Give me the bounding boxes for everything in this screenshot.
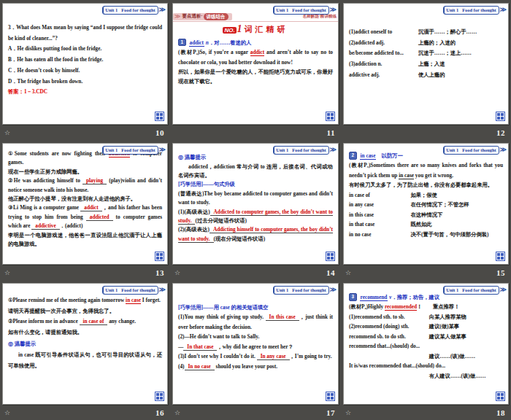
text-line: addictive adj.使人上瘾的 <box>349 70 503 81</box>
text-span: 以防万一 <box>376 152 402 159</box>
unit-banner: Unit 1Food for thought ≫ <box>443 6 507 15</box>
text-span: recommended <box>385 303 417 311</box>
text-span: in that case <box>349 219 410 229</box>
text-span: ③Li Ming is a computer game <box>8 204 80 211</box>
transition-star-icon[interactable]: ☆ <box>4 270 10 276</box>
chevron-right-icon: ≫ <box>500 147 507 153</box>
slide-gutter: ☆ 16 <box>2 405 168 420</box>
slide-number: 17 <box>326 408 335 417</box>
section-nav-icon[interactable] <box>155 112 164 121</box>
text-span: 有时候刀叉太多了，为了防止出错，你没有必要都拿起来用。 <box>349 182 493 188</box>
text-line: 1addict n．对……着迷的人 <box>178 38 333 47</box>
text-span: 决不(置于句首，句中须部分倒装) <box>410 230 503 239</box>
slide-cell-14: Unit 1Food for thought ≫ ◎ 温馨提示addicted，… <box>170 140 341 280</box>
chevron-right-icon: ≫ <box>174 14 180 20</box>
slide-thumbnail-16[interactable]: Unit 1Food for thought ≫ ①Please remind … <box>2 283 168 405</box>
text-line: in that case既然如此 <box>349 219 503 229</box>
text-line: 答案：1－3.CDC <box>8 87 162 98</box>
unit-banner: Unit 1Food for thought ≫ <box>273 286 337 295</box>
text-span: B．He has eaten all the food in the fridg… <box>8 56 103 63</box>
slide-thumbnail-10[interactable]: Unit 1Food for thought ≫ 3．What does Max… <box>2 3 168 125</box>
text-span: recommend that...(should) do... <box>349 343 420 349</box>
slide-thumbnail-12[interactable]: Unit 1Food for thought ≫ (1)addict onese… <box>343 3 509 125</box>
text-span: should you leave your post. <box>215 363 277 370</box>
text-line: ②He was addicting himself to playing (pl… <box>8 176 162 195</box>
unit-banner-label: Unit 1Food for thought <box>273 6 328 15</box>
text-line: (教材P₂)So, if you’re a sugar addict and a… <box>178 47 333 67</box>
text-line: (2)—He didn’t want to talk to Sally. <box>178 332 333 341</box>
text-span: 既然如此 <box>410 219 503 229</box>
fill-blank: in case of <box>80 318 108 325</box>
text-line: 有时候刀叉太多了，为了防止出错，你没有必要都拿起来用。 <box>349 180 503 190</box>
text-line: D．The fridge has broken down. <box>8 77 162 88</box>
text-span: ②He was addicting himself to <box>8 177 82 184</box>
text-span: [巧学活用]——句式升级 <box>178 181 235 187</box>
section-nav-icon[interactable] <box>326 112 335 121</box>
transition-star-icon[interactable]: ☆ <box>4 130 10 136</box>
slide-gutter: ☆ 18 <box>343 405 509 420</box>
text-line: It is/was recommended that...(should) do… <box>349 361 503 370</box>
text-span: recommend sb. to do sth. <box>349 332 429 341</box>
slide-thumbnail-18[interactable]: Unit 1Food for thought ≫ 3recommend v．推荐… <box>343 283 509 405</box>
text-span: (1)(高级表达) <box>178 209 210 215</box>
slide-thumbnail-13[interactable]: Unit 1Food for thought ≫ ①Some students … <box>2 143 168 265</box>
slide-thumbnail-17[interactable]: Unit 1Food for thought ≫ [巧学活用]——用 case … <box>172 283 339 405</box>
text-span: 2 <box>349 152 357 160</box>
slide-content: (1)addict oneself to沉湎于……；醉心于……(2)addict… <box>344 4 508 81</box>
text-span: (现在分词短语作状语) <box>214 236 266 242</box>
chevron-right-icon: ≫ <box>159 7 166 13</box>
transition-star-icon[interactable]: ☆ <box>345 410 351 416</box>
text-span: 使人上瘾的 <box>418 70 503 81</box>
section-nav-icon[interactable] <box>155 252 164 261</box>
slide-content: ◎ 温馨提示addicted，addiction 常与介词 to 连用，后接名词… <box>173 144 338 244</box>
text-span: 1 <box>178 39 186 47</box>
chevron-right-icon: ≫ <box>330 147 337 153</box>
unit-banner-label: Unit 1Food for thought <box>443 286 499 295</box>
text-line: 现在一些学生正努力戒除网瘾。 <box>8 168 162 176</box>
chevron-right-icon: ≫ <box>159 147 166 153</box>
unit-banner-label: Unit 1Food for thought <box>102 146 158 155</box>
chevron-right-icon: ≫ <box>500 7 507 13</box>
unit-banner-label: Unit 1Food for thought <box>443 6 499 15</box>
section-nav-icon[interactable] <box>326 252 335 261</box>
text-span: in case <box>126 297 141 304</box>
text-span: (2)—He didn’t want to talk to Sally. <box>178 333 259 340</box>
section-nav-icon[interactable] <box>496 112 505 121</box>
fill-blank: In no case <box>185 363 215 370</box>
slide-gutter: ☆ 17 <box>172 405 339 420</box>
section-nav-icon[interactable] <box>326 392 335 401</box>
text-span: D．The fridge has broken down. <box>8 78 82 85</box>
text-span: 现在一些学生正努力戒除网瘾。 <box>8 168 82 175</box>
slide-gutter: ☆ 10 <box>2 125 168 140</box>
text-line: (1)recommend sth. to sb.向某人推荐某物 <box>349 312 503 322</box>
text-span: ．(addict) <box>60 222 83 229</box>
text-span: (2)recommend (doing) sth. <box>349 322 429 331</box>
transition-star-icon[interactable]: ☆ <box>174 410 180 416</box>
text-span: in case 既可引导条件状语从句，也可引导目的状语从句，还可单独使用。 <box>8 351 162 369</box>
section-nav-icon[interactable] <box>496 252 505 261</box>
text-span: 在这种情况下 <box>410 210 503 219</box>
section-nav-icon[interactable] <box>496 392 505 401</box>
transition-star-icon[interactable]: ☆ <box>345 270 351 276</box>
text-span: (普通表达)The boy became addicted to compute… <box>178 190 333 206</box>
text-span: in case <box>399 172 414 179</box>
text-line: ◎ 温馨提示 <box>8 338 162 350</box>
text-span: (1)recommend sth. to sb. <box>349 312 429 322</box>
fill-blank: addicted <box>86 214 113 221</box>
slide-number: 10 <box>155 128 164 137</box>
text-line: in any case在任何情况下；不管怎样 <box>349 200 503 209</box>
transition-star-icon[interactable]: ☆ <box>174 270 180 276</box>
text-span: ①Some students are now fighting their <box>8 150 109 157</box>
slide-thumbnail-11[interactable]: Unit 1Food for thought ≫ ≫ 要点透析· 讲练结合 名师… <box>172 3 339 125</box>
text-line: (教材P₄)Highly recommended！ 重点推荐！ <box>349 302 503 311</box>
text-span: any change. <box>107 318 136 324</box>
text-span: be/become addicted to... <box>349 48 418 59</box>
text-line: ②Please inform me in advance in case of … <box>8 316 162 327</box>
chevron-right-icon: ≫ <box>330 7 337 13</box>
slide-thumbnail-15[interactable]: Unit 1Food for thought ≫ 2in case 以防万一(教… <box>343 143 509 265</box>
chevron-right-icon: ≫ <box>330 287 337 293</box>
text-span: (1)addict oneself to <box>349 27 418 38</box>
transition-star-icon[interactable]: ☆ <box>4 410 10 416</box>
slide-thumbnail-14[interactable]: Unit 1Food for thought ≫ ◎ 温馨提示addicted，… <box>172 143 339 265</box>
section-nav-icon[interactable] <box>155 392 164 401</box>
